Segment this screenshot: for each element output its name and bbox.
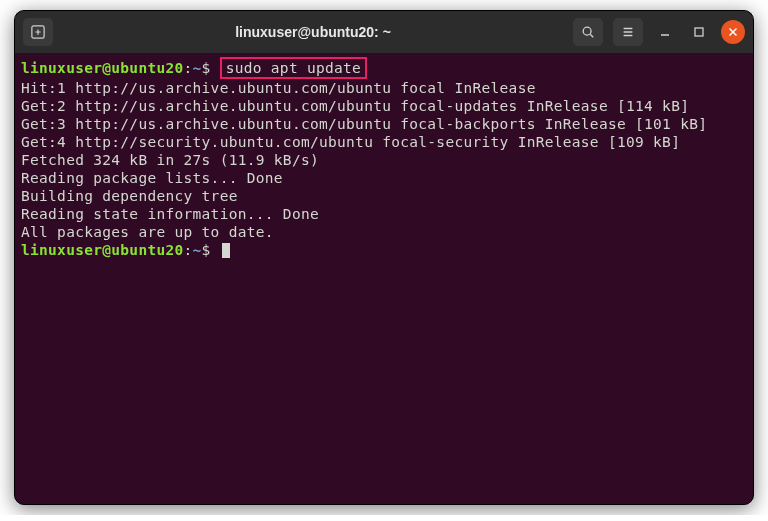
prompt-line-1: linuxuser@ubuntu20:~$ sudo apt update <box>21 57 747 79</box>
close-button[interactable] <box>721 20 745 44</box>
cursor <box>222 243 230 258</box>
window-title: linuxuser@ubuntu20: ~ <box>235 24 391 40</box>
prompt-separator: : <box>184 242 193 258</box>
search-icon <box>581 25 595 39</box>
output-line: Get:3 http://us.archive.ubuntu.com/ubunt… <box>21 115 747 133</box>
titlebar-center: linuxuser@ubuntu20: ~ <box>59 24 567 40</box>
command-highlight: sudo apt update <box>220 57 367 79</box>
titlebar-left <box>23 18 53 46</box>
hamburger-icon <box>621 25 635 39</box>
titlebar-right <box>573 18 745 46</box>
minimize-icon <box>659 26 671 38</box>
close-icon <box>728 27 738 37</box>
titlebar: linuxuser@ubuntu20: ~ <box>15 11 753 53</box>
prompt-path: ~ <box>193 242 202 258</box>
prompt-user: linuxuser@ubuntu20 <box>21 60 184 76</box>
prompt-user: linuxuser@ubuntu20 <box>21 242 184 258</box>
maximize-button[interactable] <box>687 20 711 44</box>
output-line: Get:4 http://security.ubuntu.com/ubuntu … <box>21 133 747 151</box>
menu-button[interactable] <box>613 18 643 46</box>
svg-rect-9 <box>695 28 703 36</box>
terminal-body[interactable]: linuxuser@ubuntu20:~$ sudo apt update Hi… <box>15 53 753 263</box>
new-tab-icon <box>31 25 45 39</box>
new-tab-button[interactable] <box>23 18 53 46</box>
prompt-symbol: $ <box>202 60 211 76</box>
prompt-path: ~ <box>193 60 202 76</box>
maximize-icon <box>693 26 705 38</box>
output-line: Reading state information... Done <box>21 205 747 223</box>
prompt-separator: : <box>184 60 193 76</box>
output-line: Get:2 http://us.archive.ubuntu.com/ubunt… <box>21 97 747 115</box>
output-line: Fetched 324 kB in 27s (11.9 kB/s) <box>21 151 747 169</box>
output-line: Building dependency tree <box>21 187 747 205</box>
svg-line-4 <box>590 34 593 37</box>
prompt-symbol: $ <box>202 242 211 258</box>
search-button[interactable] <box>573 18 603 46</box>
output-line: Hit:1 http://us.archive.ubuntu.com/ubunt… <box>21 79 747 97</box>
minimize-button[interactable] <box>653 20 677 44</box>
prompt-line-2: linuxuser@ubuntu20:~$ <box>21 241 747 259</box>
output-line: All packages are up to date. <box>21 223 747 241</box>
output-line: Reading package lists... Done <box>21 169 747 187</box>
svg-point-3 <box>583 27 591 35</box>
command-text: sudo apt update <box>226 60 361 76</box>
terminal-window: linuxuser@ubuntu20: ~ <box>14 10 754 505</box>
